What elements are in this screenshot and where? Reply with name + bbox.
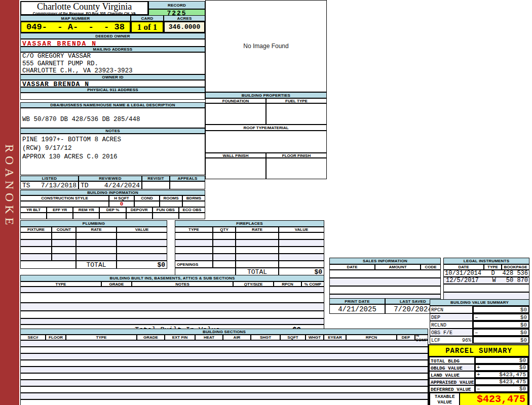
parcel-value: $0 xyxy=(519,357,527,363)
col-extfin: EXT FIN xyxy=(165,335,195,340)
col-count: COUNT xyxy=(52,227,76,232)
county-title: Charlotte County Virginia xyxy=(21,2,147,12)
mailing-address-label: MAILING ADDRESS xyxy=(20,47,205,52)
col-comp: % COMP xyxy=(415,335,428,340)
plumbing-title: PLUMBING xyxy=(20,220,167,227)
table-row xyxy=(175,247,324,254)
col-rate: RATE xyxy=(76,227,117,232)
table-row xyxy=(20,318,324,325)
col-type: TYPE xyxy=(20,281,101,287)
parcel-value: $423,475 xyxy=(499,379,527,385)
yrblt-value xyxy=(20,213,47,219)
taxable-value-label: TAXABLE VALUE xyxy=(429,392,460,405)
col-rooms: ROOMS xyxy=(160,195,182,201)
physical-address-value xyxy=(20,93,205,100)
col-bookpage: BOOKPAGE xyxy=(502,264,529,270)
vs-value-cell: – $0 xyxy=(473,313,529,321)
parcel-label: DEFERRED VALUE xyxy=(429,385,475,392)
table-row xyxy=(20,399,428,405)
vs-label: RCLND xyxy=(430,321,473,329)
table-row xyxy=(20,393,428,399)
floor-finish-value xyxy=(266,158,327,179)
cond-value xyxy=(134,201,160,207)
col-type: TYPE xyxy=(66,335,137,340)
built-ins-table: BUILDING BUILT INS, BASEMENTS, ATTICS & … xyxy=(20,275,324,336)
card-label: CARD xyxy=(131,15,164,21)
instrument-bookpage: 50 870 xyxy=(502,277,529,284)
col-cond: COND xyxy=(134,195,160,201)
col-eyear: EYEAR xyxy=(324,335,346,340)
print-date-value: 4/21/2025 xyxy=(329,304,385,314)
table-row xyxy=(443,284,529,292)
ecoobs-value xyxy=(179,213,205,219)
title-box: Charlotte County Virginia Commissioner o… xyxy=(20,1,148,15)
plumbing-total-spacer xyxy=(20,261,76,269)
plumbing-table: PLUMBING FIXTURE COUNT RATE VALUE TOTAL … xyxy=(20,220,167,269)
col-hsqft: H SQFT xyxy=(109,195,134,201)
table-row xyxy=(20,367,428,373)
reviewed-by: TD xyxy=(81,182,89,189)
col-funobs: FUN OBS xyxy=(153,207,179,213)
col-type: TYPE xyxy=(175,227,213,232)
col-type: TYPE xyxy=(484,264,502,270)
effyr-value xyxy=(47,213,73,219)
listed-by: TS xyxy=(22,182,30,189)
record-box: RECORD 7225 xyxy=(148,1,205,15)
col-dep-pct: DEP % xyxy=(99,207,126,213)
owner-id-label: OWNER ID xyxy=(20,74,205,80)
vs-value: $0 xyxy=(520,322,528,328)
revisit-label: REVISIT xyxy=(142,176,170,181)
note-line: PINE 1997+- BOTTOM 8 ACRES xyxy=(22,136,205,144)
col-sqft: SQFT xyxy=(280,335,306,340)
reviewed-date: 4/24/2024 xyxy=(104,182,140,189)
col-grade: GRADE xyxy=(137,335,165,340)
vs-op: – xyxy=(474,330,478,336)
vs-value: $0 xyxy=(520,314,528,320)
building-value-summary-title: BUILDING VALUE SUMMARY xyxy=(430,299,529,306)
col-construction-style: CONSTRUCTION STYLE xyxy=(20,195,109,201)
parcel-summary: PARCEL SUMMARY TOTAL BLDG VALUE $0 OBLDG… xyxy=(428,344,529,405)
table-row xyxy=(20,232,167,239)
vs-value: $0 xyxy=(520,337,528,343)
vs-value-cell: $0 xyxy=(473,336,529,344)
remyr-value xyxy=(73,213,99,219)
legal-instruments-table: LEGAL INSTRUMENTS DATE TYPE BOOKPAGE 10/… xyxy=(443,258,529,300)
reviewed-label: REVIEWED xyxy=(79,176,142,181)
parcel-op: + xyxy=(476,364,480,371)
table-row xyxy=(329,270,441,278)
table-row xyxy=(20,360,428,367)
parcel-value-cell: + $0 xyxy=(475,364,528,371)
table-row xyxy=(20,386,428,393)
building-properties-title: BUILDING PROPERTIES xyxy=(205,92,327,98)
mailing-line: CHARLOTTE C.H., VA 23923-3923 xyxy=(22,67,205,75)
vs-value: $0 xyxy=(520,330,528,336)
vs-label: RPCN xyxy=(430,306,473,313)
fuel-type-label: FUEL TYPE xyxy=(266,98,327,103)
map-number-value: 049- - A- - - 38 xyxy=(20,21,131,33)
print-date-label: PRINT DATE xyxy=(329,298,385,304)
building-value-summary: BUILDING VALUE SUMMARY RPCN $0 DEP – $0 … xyxy=(430,299,529,344)
parcel-value-cell: + $423,475 xyxy=(475,371,528,378)
built-ins-title: BUILDING BUILT INS, BASEMENTS, ATTICS & … xyxy=(20,275,324,281)
mailing-line: C/O GREGORY VASSAR xyxy=(22,53,205,60)
sales-table: SALES INFORMATION DATE AMOUNT CODE xyxy=(329,258,441,302)
table-row xyxy=(20,254,167,261)
appeals-value xyxy=(170,181,205,189)
openings-value xyxy=(213,261,236,268)
col-amount: AMOUNT xyxy=(375,264,421,270)
floor-finish-label: FLOOR FINISH xyxy=(266,153,327,158)
vs-pct: 96% xyxy=(462,338,471,343)
col-bdrms: BDRMS xyxy=(182,195,205,201)
col-shgt: SHGT xyxy=(251,335,280,340)
vs-value: $0 xyxy=(520,307,528,313)
fireplaces-table: FIREPLACES TYPE QTY RATE VALUE OPENINGS … xyxy=(175,220,324,276)
listed-label: LISTED xyxy=(20,176,79,181)
mailing-address-box: C/O GREGORY VASSAR 555 GARNETT PUMP RD. … xyxy=(20,52,205,74)
col-date: DATE xyxy=(443,264,484,270)
vs-label: DEP xyxy=(430,313,473,321)
depovr-value xyxy=(126,213,153,219)
rooms-value xyxy=(160,201,182,207)
instrument-type: W xyxy=(486,277,502,284)
instrument-type: D xyxy=(485,270,501,277)
parcel-summary-title: PARCEL SUMMARY xyxy=(429,345,528,357)
